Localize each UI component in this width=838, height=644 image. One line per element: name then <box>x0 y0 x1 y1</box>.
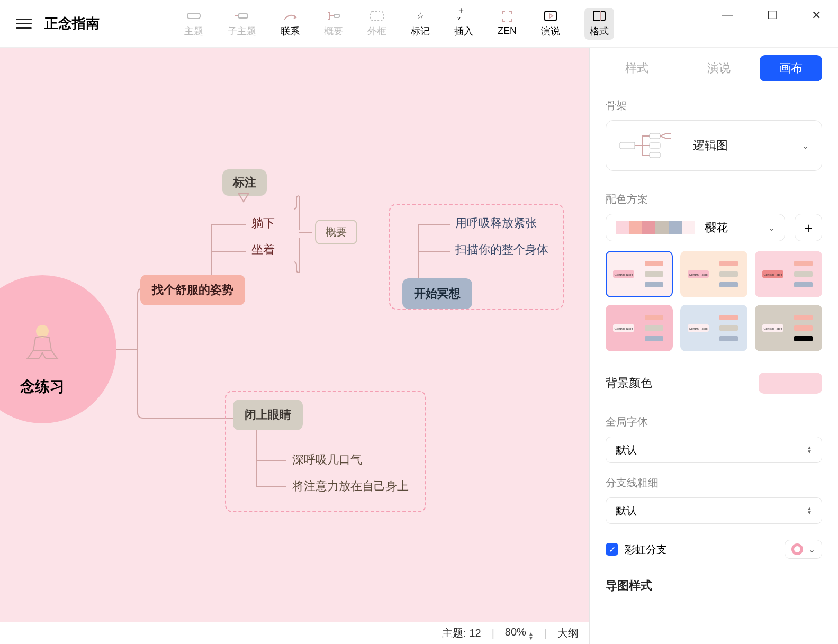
svg-rect-47 <box>719 336 738 341</box>
scheme-thumb-1[interactable]: Central Topic <box>606 251 673 297</box>
relation-icon <box>283 10 297 22</box>
color-scheme-selector[interactable]: 樱花 ⌄ <box>606 214 785 241</box>
zoom-stepper-icon[interactable]: ▲▼ <box>528 632 534 640</box>
chevron-down-icon: ⌄ <box>802 141 809 151</box>
svg-rect-27 <box>645 282 663 287</box>
font-select[interactable]: 默认▲▼ <box>606 437 822 463</box>
svg-rect-25 <box>645 261 663 266</box>
scheme-thumb-2[interactable]: Central Topic <box>680 251 747 297</box>
scheme-thumb-5[interactable]: Central Topic <box>680 305 747 351</box>
central-topic-label: 念练习 <box>20 377 65 397</box>
rainbow-label: 彩虹分支 <box>625 542 667 557</box>
svg-rect-30 <box>719 261 738 266</box>
svg-rect-51 <box>794 325 813 331</box>
pitch-button[interactable]: 演说 <box>541 10 560 38</box>
svg-rect-46 <box>719 325 738 331</box>
play-icon <box>544 10 557 22</box>
insert-button[interactable]: ＋ ˅插入 <box>454 10 473 38</box>
svg-text:Central Topic: Central Topic <box>689 327 707 330</box>
boundary-icon <box>370 10 384 22</box>
subnode-attention[interactable]: 将注意力放在自己身上 <box>292 478 409 494</box>
summary-node[interactable]: 概要 <box>315 220 357 244</box>
svg-text:Central Topic: Central Topic <box>614 273 633 276</box>
structure-name: 逻辑图 <box>693 138 802 153</box>
minimize-button[interactable]: — <box>715 6 740 24</box>
close-button[interactable]: ✕ <box>805 6 827 24</box>
svg-rect-26 <box>645 271 663 277</box>
structure-preview-icon <box>619 130 677 161</box>
branch-section-label: 分支线粗细 <box>606 476 822 490</box>
stepper-icon: ▲▼ <box>807 506 812 515</box>
svg-line-20 <box>660 136 665 138</box>
font-section-label: 全局字体 <box>606 415 822 429</box>
scheme-thumb-3[interactable]: Central Topic <box>755 251 822 297</box>
svg-rect-0 <box>187 13 200 19</box>
svg-rect-45 <box>719 315 738 320</box>
subnode-breathe[interactable]: 用呼吸释放紧张 <box>455 215 537 231</box>
svg-rect-10 <box>620 142 635 149</box>
zoom-control[interactable]: 80%▲▼ <box>505 626 534 640</box>
format-button[interactable]: 格式 <box>584 8 614 40</box>
color-scheme-name: 樱花 <box>705 220 768 235</box>
status-bar: 主题: 12 | 80%▲▼ | 大纲 <box>0 622 589 644</box>
scheme-thumb-6[interactable]: Central Topic <box>755 305 822 351</box>
scheme-thumb-4[interactable]: Central Topic <box>606 305 673 351</box>
svg-rect-40 <box>645 315 663 320</box>
summary-icon <box>327 10 340 22</box>
tab-canvas[interactable]: 画布 <box>760 55 822 81</box>
svg-rect-35 <box>794 261 813 266</box>
color-scheme-thumbnails: Central Topic Central Topic Central Topi… <box>606 251 822 351</box>
subnode-deep-breath[interactable]: 深呼吸几口气 <box>292 452 362 468</box>
svg-rect-37 <box>794 282 813 287</box>
tab-style[interactable]: 样式 <box>606 55 668 81</box>
ring-icon <box>791 543 803 555</box>
plus-icon: ＋ ˅ <box>457 10 471 22</box>
tab-pitch[interactable]: 演说 <box>688 55 750 81</box>
topic-count-label: 主题: 12 <box>442 626 481 640</box>
subnode-lie-down[interactable]: 躺下 <box>251 215 275 231</box>
mindmap-canvas[interactable]: 念练习 标注 概要 找个舒服的姿势 躺下 坐着 开始冥想 用呼吸释放紧张 扫描你… <box>0 48 589 622</box>
meditation-icon <box>24 324 61 364</box>
callout-node[interactable]: 标注 <box>222 169 267 196</box>
star-icon: ☆ <box>413 10 427 22</box>
central-topic[interactable]: 念练习 <box>0 275 116 423</box>
add-color-scheme-button[interactable]: ＋ <box>795 214 822 241</box>
branch-select[interactable]: 默认▲▼ <box>606 497 822 524</box>
zen-button[interactable]: ZEN <box>498 11 517 37</box>
maximize-button[interactable]: ☐ <box>761 6 784 24</box>
bg-color-label: 背景颜色 <box>606 375 652 391</box>
svg-rect-3 <box>334 14 339 17</box>
svg-point-9 <box>36 325 49 338</box>
outline-button[interactable]: 大纲 <box>557 626 579 640</box>
svg-text:Central Topic: Central Topic <box>763 327 782 330</box>
marker-button[interactable]: ☆标记 <box>411 10 430 38</box>
svg-rect-17 <box>650 143 660 148</box>
svg-text:Central Topic: Central Topic <box>763 273 782 276</box>
rainbow-style-button[interactable]: ⌄ <box>785 540 822 559</box>
svg-rect-4 <box>371 12 383 20</box>
boundary-button: 外框 <box>367 10 386 38</box>
mapstyle-section-label: 导图样式 <box>606 578 822 594</box>
svg-rect-41 <box>645 325 663 331</box>
node-eyes[interactable]: 闭上眼睛 <box>233 400 303 430</box>
zen-icon <box>500 11 514 22</box>
node-posture[interactable]: 找个舒服的姿势 <box>140 275 245 305</box>
subnode-scan[interactable]: 扫描你的整个身体 <box>455 242 548 258</box>
rainbow-checkbox[interactable]: ✓ <box>606 543 618 556</box>
svg-rect-16 <box>650 133 660 139</box>
stepper-icon: ▲▼ <box>807 446 812 454</box>
color-section-label: 配色方案 <box>606 192 822 206</box>
node-meditate[interactable]: 开始冥想 <box>402 278 472 309</box>
topic-icon <box>187 10 201 22</box>
svg-line-19 <box>660 134 665 136</box>
svg-rect-50 <box>794 315 813 320</box>
svg-rect-31 <box>719 271 738 277</box>
chevron-down-icon: ⌄ <box>808 545 815 555</box>
summary-button: 概要 <box>324 10 343 38</box>
structure-selector[interactable]: 逻辑图 ⌄ <box>606 120 822 171</box>
subnode-sit[interactable]: 坐着 <box>251 242 275 258</box>
bg-color-swatch[interactable] <box>759 373 822 394</box>
svg-rect-5 <box>545 11 556 21</box>
relation-button[interactable]: 联系 <box>281 10 300 38</box>
menu-button[interactable] <box>16 16 32 32</box>
